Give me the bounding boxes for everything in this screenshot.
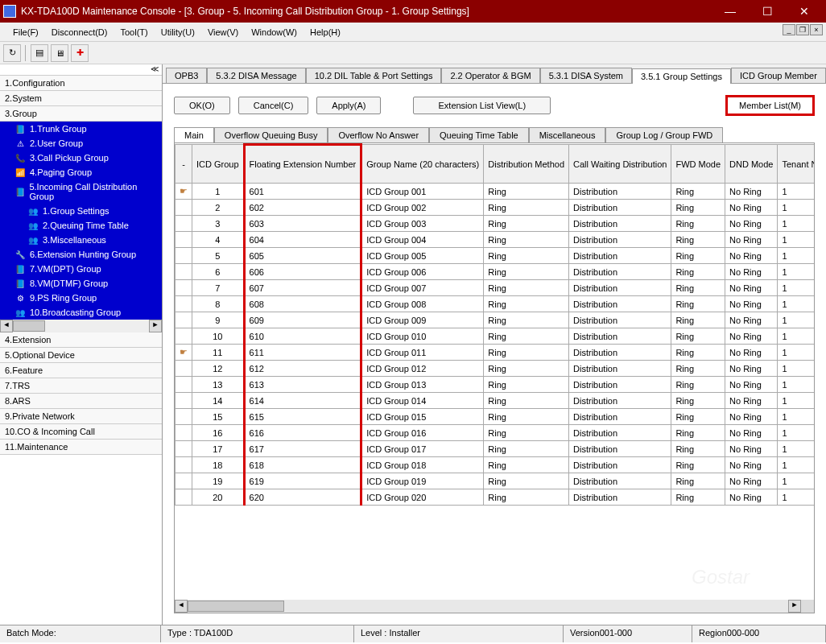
row-hand-icon[interactable] [176, 489, 192, 506]
cell[interactable]: 611 [244, 345, 361, 361]
cell[interactable]: Ring [484, 232, 569, 248]
cell[interactable]: Distribution [569, 200, 671, 216]
scroll-left-icon[interactable]: ◄ [0, 320, 13, 332]
row-hand-icon[interactable] [176, 200, 192, 216]
table-row[interactable]: 19619ICD Group 019RingDistributionRingNo… [176, 473, 815, 489]
cell[interactable]: Ring [484, 280, 569, 296]
cell[interactable]: Ring [671, 473, 725, 489]
cell[interactable]: 609 [244, 312, 361, 328]
cell[interactable]: Ring [484, 473, 569, 489]
doc-tab[interactable]: 10.2 DIL Table & Port Settings [306, 68, 442, 83]
sub-tab[interactable]: Overflow Queuing Busy [214, 127, 328, 142]
cell[interactable]: 1 [778, 377, 814, 393]
table-row[interactable]: 6606ICD Group 006RingDistributionRingNo … [176, 264, 815, 280]
cell[interactable]: Ring [484, 393, 569, 409]
nav-section[interactable]: 4.Extension [0, 332, 162, 348]
cell[interactable]: 12 [192, 361, 245, 377]
cell[interactable]: Distribution [569, 296, 671, 312]
cell[interactable]: Ring [484, 441, 569, 457]
cell[interactable]: Ring [671, 425, 725, 441]
cell[interactable]: 1 [778, 296, 814, 312]
column-header[interactable]: FWD Mode [671, 145, 725, 184]
cell[interactable]: 7 [192, 280, 245, 296]
column-header[interactable]: Distribution Method [484, 145, 569, 184]
cell[interactable]: Ring [671, 377, 725, 393]
minimize-button[interactable]: — [712, 0, 749, 23]
nav-section[interactable]: 11.Maintenance [0, 440, 162, 455]
doc-tab[interactable]: 5.3.2 DISA Message [207, 68, 305, 83]
cell[interactable]: Distribution [569, 361, 671, 377]
nav-item[interactable]: 📘7.VM(DPT) Group [0, 262, 162, 276]
cancel-button[interactable]: Cancel(C) [238, 97, 309, 114]
nav-item[interactable]: 📞3.Call Pickup Group [0, 151, 162, 165]
cell[interactable]: 6 [192, 264, 245, 280]
column-header[interactable]: Group Name (20 characters) [361, 145, 484, 184]
table-row[interactable]: 14614ICD Group 014RingDistributionRingNo… [176, 393, 815, 409]
cell[interactable]: Ring [671, 489, 725, 506]
cell[interactable]: Ring [484, 296, 569, 312]
table-row[interactable]: ☛1601ICD Group 001RingDistributionRingNo… [176, 184, 815, 200]
cell[interactable]: Ring [671, 200, 725, 216]
sub-tab[interactable]: Overflow No Answer [328, 127, 429, 142]
cell[interactable]: Ring [484, 425, 569, 441]
table-row[interactable]: 7607ICD Group 007RingDistributionRingNo … [176, 280, 815, 296]
cell[interactable]: ICD Group 001 [361, 184, 484, 200]
cell[interactable]: No Ring [725, 473, 778, 489]
cell[interactable]: Distribution [569, 328, 671, 345]
cell[interactable]: Distribution [569, 248, 671, 264]
doc-tab[interactable]: OPB3 [166, 68, 207, 83]
table-row[interactable]: 15615ICD Group 015RingDistributionRingNo… [176, 409, 815, 425]
cell[interactable]: ICD Group 003 [361, 216, 484, 232]
cell[interactable]: ICD Group 002 [361, 200, 484, 216]
menu-file[interactable]: File(F) [6, 25, 45, 39]
cell[interactable]: Ring [484, 216, 569, 232]
menu-disconnect[interactable]: Disconnect(D) [45, 25, 114, 39]
close-button[interactable]: ✕ [786, 0, 823, 23]
nav-section[interactable]: 6.Feature [0, 363, 162, 378]
cell[interactable]: 17 [192, 441, 245, 457]
row-hand-icon[interactable] [176, 232, 192, 248]
cell[interactable]: Distribution [569, 312, 671, 328]
cell[interactable]: 618 [244, 457, 361, 473]
nav-section[interactable]: 10.CO & Incoming Call [0, 424, 162, 440]
doc-tab[interactable]: 5.3.1 DISA System [540, 68, 632, 83]
apply-button[interactable]: Apply(A) [316, 97, 381, 114]
table-row[interactable]: 2602ICD Group 002RingDistributionRingNo … [176, 200, 815, 216]
cell[interactable]: Distribution [569, 184, 671, 200]
cell[interactable]: Ring [484, 200, 569, 216]
doc-tab[interactable]: 2.2 Operator & BGM [441, 68, 539, 83]
nav-item[interactable]: ⚠2.User Group [0, 136, 162, 151]
mdi-minimize-icon[interactable]: _ [783, 24, 795, 35]
cell[interactable]: 610 [244, 328, 361, 345]
cell[interactable]: Ring [671, 328, 725, 345]
cell[interactable]: Distribution [569, 232, 671, 248]
cell[interactable]: No Ring [725, 393, 778, 409]
ok-button[interactable]: OK(O) [174, 97, 230, 114]
cell[interactable]: 605 [244, 248, 361, 264]
nav-item[interactable]: 👥1.Group Settings [0, 204, 162, 218]
cell[interactable]: 1 [778, 361, 814, 377]
row-hand-icon[interactable] [176, 216, 192, 232]
cell[interactable]: Distribution [569, 425, 671, 441]
row-hand-icon[interactable] [176, 377, 192, 393]
row-hand-icon[interactable] [176, 248, 192, 264]
cell[interactable]: Ring [671, 441, 725, 457]
cell[interactable]: 14 [192, 393, 245, 409]
cell[interactable]: ICD Group 006 [361, 264, 484, 280]
row-hand-icon[interactable]: ☛ [176, 184, 192, 200]
cell[interactable]: 1 [778, 425, 814, 441]
cell[interactable]: No Ring [725, 328, 778, 345]
cell[interactable]: 20 [192, 489, 245, 506]
cell[interactable]: 602 [244, 200, 361, 216]
cell[interactable]: Ring [671, 184, 725, 200]
cell[interactable]: 617 [244, 441, 361, 457]
cell[interactable]: No Ring [725, 312, 778, 328]
cell[interactable]: 11 [192, 345, 245, 361]
cell[interactable]: Distribution [569, 441, 671, 457]
table-row[interactable]: 10610ICD Group 010RingDistributionRingNo… [176, 328, 815, 345]
scroll-thumb[interactable] [13, 320, 45, 332]
nav-item[interactable]: 📘8.VM(DTMF) Group [0, 276, 162, 291]
cell[interactable]: Ring [671, 409, 725, 425]
table-row[interactable]: 17617ICD Group 017RingDistributionRingNo… [176, 441, 815, 457]
column-header[interactable]: Call Waiting Distribution [569, 145, 671, 184]
